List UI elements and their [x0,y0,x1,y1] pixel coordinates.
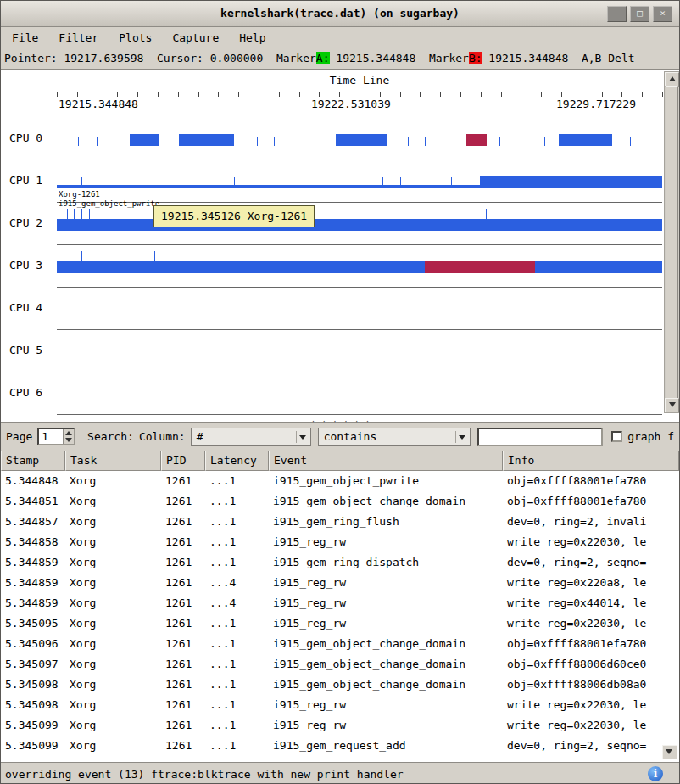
axis-tick [57,92,58,97]
column-header-latency[interactable]: Latency [205,451,269,471]
maximize-button[interactable]: □ [630,6,649,22]
axis-tick [117,92,118,97]
table-cell: 1261 [161,715,205,736]
axis-tick [178,92,179,97]
cpu-plot[interactable] [57,372,662,415]
spin-up-icon[interactable] [65,431,72,435]
table-row[interactable]: 5.345098Xorg1261...1i915_reg_rwwrite reg… [1,695,679,715]
axis-tick [198,92,199,97]
axis-tick [481,92,482,97]
table-cell: ...1 [205,736,269,756]
table-cell: 1261 [161,634,205,654]
search-input[interactable] [477,428,603,446]
table-cell: 5.345095 [1,613,65,634]
cpu-plot[interactable] [57,288,662,330]
table-row[interactable]: 5.344857Xorg1261...1i915_gem_ring_flushd… [1,512,679,532]
graph-follows-checkbox[interactable] [611,431,622,442]
page-value: 1 [42,429,48,444]
table-cell: ...1 [205,654,269,675]
table-cell: 5.344859 [1,573,65,593]
table-cell: ...4 [205,573,269,593]
cpu-plot[interactable] [57,203,662,245]
event-tick [81,209,82,231]
table-row[interactable]: 5.344858Xorg1261...1i915_reg_rwwrite reg… [1,532,679,552]
cpu-label: CPU 0 [9,132,42,144]
table-row[interactable]: 5.344859Xorg1261...4i915_reg_rwwrite reg… [1,573,679,593]
table-cell: 1261 [161,613,205,634]
cpu-plot[interactable] [57,245,662,288]
graph-scrollbar[interactable] [664,71,680,413]
sched-bar [336,134,387,146]
table-row[interactable]: 5.344851Xorg1261...1i915_gem_object_chan… [1,491,679,512]
axis-tick [582,92,582,97]
menu-item-capture[interactable]: Capture [164,29,226,47]
cpu-lane: CPU 4 [1,288,662,330]
match-select-value: contains [324,430,377,443]
sched-bar [130,134,159,146]
table-cell: i915_gem_ring_flush [269,512,503,532]
column-header-info[interactable]: Info [503,451,679,471]
table-cell: ...1 [205,512,269,532]
table-row[interactable]: 5.344859Xorg1261...4i915_reg_rwwrite reg… [1,593,679,613]
event-tick [408,137,409,146]
match-select[interactable]: contains [318,428,471,446]
table-row[interactable]: 5.344859Xorg1261...1i915_gem_ring_dispat… [1,552,679,573]
pointer-cursor-text: Pointer: 19217.639598 Cursor: 0.000000 M… [4,52,316,64]
sched-bar [425,261,535,273]
table-cell: i915_gem_request_add [269,736,503,756]
status-text: overriding event (13) ftrace:blktrace wi… [5,768,404,781]
scroll-down-icon[interactable] [665,398,679,412]
info-icon[interactable]: i [648,766,663,781]
event-tick [234,177,235,188]
event-tick [393,177,393,188]
table-row[interactable]: 5.345099Xorg1261...1i915_gem_request_add… [1,736,679,756]
column-select[interactable]: # [191,428,311,446]
event-tick [486,209,487,231]
cpu-plot[interactable] [57,330,662,372]
axis-tick [460,92,461,97]
window-title: kernelshark(trace.dat) (on sugarbay) [1,7,679,20]
table-row[interactable]: 5.345097Xorg1261...1i915_gem_object_chan… [1,654,679,675]
table-row[interactable]: 5.345099Xorg1261...1i915_reg_rwwrite reg… [1,715,679,736]
table-row[interactable]: 5.345095Xorg1261...1i915_reg_rwwrite reg… [1,613,679,634]
column-header-pid[interactable]: PID [161,451,205,471]
axis-tick [642,92,643,97]
table-cell: write reg=0x22030, le [503,715,679,736]
menu-item-file[interactable]: File [4,29,46,47]
scrollbar-thumb[interactable] [666,86,678,399]
page-spinner[interactable]: 1 [37,428,75,445]
column-header-event[interactable]: Event [269,451,503,471]
splitter-handle[interactable] [1,414,680,422]
axis-line [57,92,662,98]
table-cell: i915_gem_object_change_domain [269,634,503,654]
cpu-plot[interactable] [57,118,662,160]
menu-item-filter[interactable]: Filter [51,29,106,47]
menu-item-help[interactable]: Help [231,29,273,47]
table-scroll-down-icon[interactable] [662,745,677,759]
table-row[interactable]: 5.345098Xorg1261...1i915_gem_object_chan… [1,675,679,695]
title-bar[interactable]: kernelshark(trace.dat) (on sugarbay) –□× [1,1,679,27]
table-row[interactable]: 5.344848Xorg1261...1i915_gem_object_pwri… [1,471,679,491]
table-row[interactable]: 5.345096Xorg1261...1i915_gem_object_chan… [1,634,679,654]
table-cell: 5.345098 [1,695,65,715]
axis-tick [360,92,360,97]
table-cell: i915_reg_rw [269,593,503,613]
cpu-label: CPU 4 [9,301,42,314]
scroll-up-icon[interactable] [665,72,679,87]
spin-down-icon[interactable] [65,438,72,442]
menu-item-plots[interactable]: Plots [111,29,159,47]
table-cell: 5.345099 [1,715,65,736]
table-cell: Xorg [65,552,161,573]
spinner-buttons[interactable] [63,429,74,444]
axis-tick [440,92,441,97]
marker-b-value: 19215.344848 A,B Delt [482,52,635,64]
table-cell: 5.345099 [1,736,65,756]
column-header-stamp[interactable]: Stamp [1,451,65,471]
minimize-button[interactable]: – [607,6,627,22]
column-header-task[interactable]: Task [65,451,161,471]
table-cell: Xorg [65,695,161,715]
close-button[interactable]: × [653,6,672,22]
table-cell: ...1 [205,634,269,654]
table-cell: ...1 [205,491,269,512]
table-cell: 1261 [161,593,205,613]
